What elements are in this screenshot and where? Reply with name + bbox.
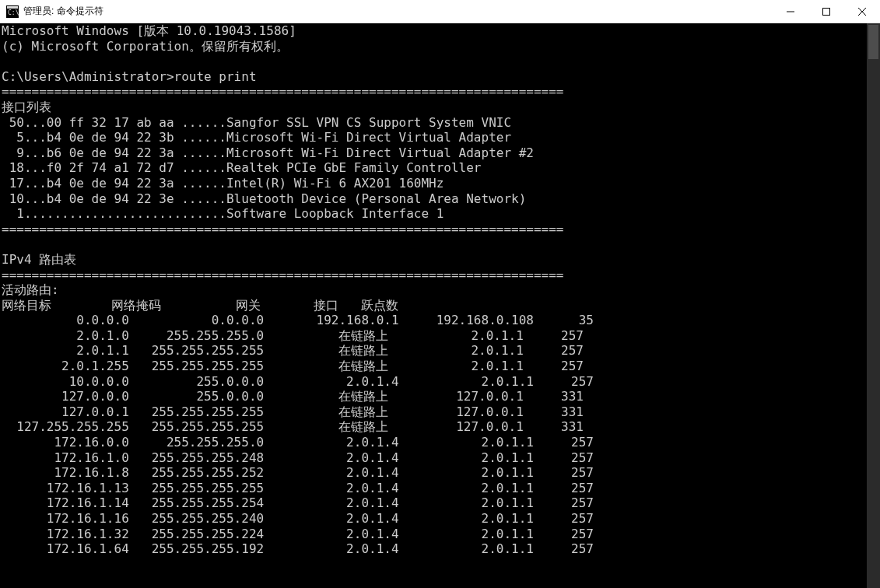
- svg-text:C:\: C:\: [8, 9, 19, 16]
- svg-rect-4: [823, 8, 830, 15]
- window-titlebar[interactable]: C:\ 管理员: 命令提示符: [0, 0, 880, 23]
- scrollbar-thumb[interactable]: [868, 25, 878, 59]
- vertical-scrollbar[interactable]: [867, 23, 880, 588]
- cmd-icon: C:\: [6, 5, 19, 18]
- terminal-area[interactable]: Microsoft Windows [版本 10.0.19043.1586] (…: [0, 23, 880, 588]
- terminal-output: Microsoft Windows [版本 10.0.19043.1586] (…: [0, 23, 867, 557]
- svg-rect-1: [7, 6, 18, 9]
- minimize-button[interactable]: [773, 0, 808, 23]
- maximize-button[interactable]: [808, 0, 844, 23]
- close-button[interactable]: [844, 0, 880, 23]
- window-title: 管理员: 命令提示符: [23, 5, 103, 18]
